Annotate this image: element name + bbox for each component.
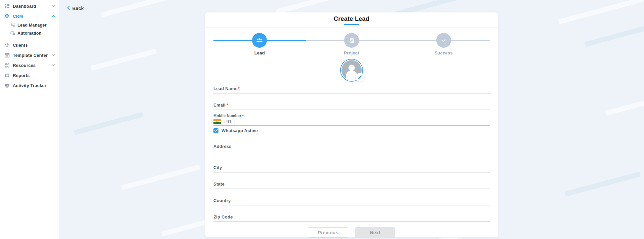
sidebar-label-dashboard: Dashboard bbox=[13, 4, 51, 9]
chevron-up-icon bbox=[51, 14, 55, 18]
back-button[interactable]: Back bbox=[67, 5, 84, 11]
zip-code-field-group: Zip Code bbox=[213, 214, 490, 222]
stepper: Lead Project bbox=[213, 33, 490, 56]
chevron-down-icon bbox=[51, 53, 55, 57]
state-input[interactable] bbox=[213, 187, 490, 189]
automation-icon bbox=[10, 31, 15, 36]
sidebar-item-automation[interactable]: Automation bbox=[0, 29, 59, 37]
city-field-group: City bbox=[213, 165, 490, 172]
sidebar: Dashboard CRM bbox=[0, 0, 60, 239]
crm-icon bbox=[4, 13, 10, 19]
sidebar-label-automation: Automation bbox=[17, 31, 41, 36]
sidebar-item-lead-manager[interactable]: Lead Manager bbox=[0, 21, 59, 29]
sidebar-label-clients: Clients bbox=[13, 43, 55, 48]
step-label-lead: Lead bbox=[239, 50, 280, 55]
background-streak bbox=[585, 23, 644, 47]
sidebar-label-lead-manager: Lead Manager bbox=[17, 23, 46, 28]
chevron-left-icon bbox=[67, 5, 70, 11]
activity-tracker-icon bbox=[4, 82, 10, 88]
sidebar-item-template-center[interactable]: Template Center bbox=[0, 50, 59, 60]
lead-name-field-group: Lead Name* bbox=[213, 86, 490, 93]
required-asterisk: * bbox=[238, 86, 240, 91]
sidebar-item-resources[interactable]: Resources bbox=[0, 60, 59, 70]
step-success[interactable]: Success bbox=[424, 33, 464, 55]
step-lead[interactable]: Lead bbox=[239, 33, 280, 55]
background-streak bbox=[558, 0, 644, 24]
check-icon bbox=[214, 129, 218, 132]
dashboard-icon bbox=[4, 3, 10, 9]
sidebar-item-clients[interactable]: Clients bbox=[0, 40, 59, 50]
title-accent-bar bbox=[344, 24, 359, 25]
background-streak bbox=[90, 48, 157, 71]
city-input[interactable] bbox=[213, 170, 490, 172]
mobile-field-group: Mobile Number* +91 bbox=[213, 114, 490, 126]
step-label-project: Project bbox=[331, 50, 372, 55]
zip-code-label: Zip Code bbox=[213, 214, 490, 220]
state-field-group: State bbox=[213, 182, 490, 189]
clients-icon bbox=[4, 42, 10, 48]
avatar-upload[interactable] bbox=[340, 59, 363, 82]
sidebar-label-reports: Reports bbox=[13, 73, 55, 78]
background-streak bbox=[101, 0, 180, 17]
lead-step-icon bbox=[252, 33, 267, 48]
required-asterisk: * bbox=[242, 114, 244, 118]
create-lead-card: Create Lead Lead bbox=[205, 12, 498, 237]
previous-button[interactable]: Previous bbox=[308, 227, 348, 238]
resources-icon bbox=[4, 62, 10, 68]
background-streak bbox=[121, 164, 200, 190]
country-input[interactable] bbox=[213, 203, 490, 205]
mobile-number-label: Mobile Number* bbox=[213, 114, 490, 118]
sidebar-label-crm: CRM bbox=[13, 14, 51, 19]
sidebar-item-reports[interactable]: Reports bbox=[0, 70, 59, 80]
state-label: State bbox=[213, 182, 490, 187]
reports-icon bbox=[4, 72, 10, 78]
country-field-group: Country bbox=[213, 198, 490, 205]
phone-divider bbox=[235, 119, 235, 125]
whatsapp-active-row[interactable]: Whatsapp Active bbox=[213, 128, 490, 133]
email-label: Email* bbox=[213, 103, 490, 108]
sidebar-item-activity-tracker[interactable]: Activity Tracker bbox=[0, 80, 59, 90]
address-input[interactable] bbox=[213, 149, 490, 151]
card-header: Create Lead bbox=[205, 12, 498, 28]
page-title: Create Lead bbox=[205, 15, 498, 23]
back-label: Back bbox=[72, 6, 84, 11]
whatsapp-checkbox[interactable] bbox=[213, 128, 218, 133]
sidebar-item-dashboard[interactable]: Dashboard bbox=[0, 1, 59, 11]
pencil-icon bbox=[358, 75, 362, 79]
lead-name-label: Lead Name* bbox=[213, 86, 490, 91]
success-step-icon bbox=[436, 33, 451, 48]
email-field-group: Email* bbox=[213, 103, 490, 110]
background-streak bbox=[74, 112, 144, 135]
lead-manager-icon bbox=[10, 23, 15, 28]
background-streak bbox=[605, 91, 644, 116]
sidebar-label-activity-tracker: Activity Tracker bbox=[13, 83, 55, 88]
template-center-icon bbox=[4, 52, 10, 58]
zip-code-input[interactable] bbox=[213, 220, 490, 222]
create-lead-form: Lead Name* Email* Mobile Number* +91 bbox=[213, 86, 490, 238]
project-step-icon bbox=[344, 33, 359, 48]
step-label-success: Success bbox=[424, 50, 464, 55]
city-label: City bbox=[213, 165, 490, 170]
sidebar-item-crm[interactable]: CRM bbox=[0, 11, 59, 21]
next-button[interactable]: Next bbox=[355, 227, 395, 238]
chevron-down-icon bbox=[51, 4, 55, 8]
chevron-down-icon bbox=[51, 63, 55, 67]
address-label: Address bbox=[213, 144, 490, 149]
sidebar-label-template-center: Template Center bbox=[13, 53, 51, 58]
edit-avatar-button[interactable] bbox=[356, 73, 364, 82]
whatsapp-active-label: Whatsapp Active bbox=[222, 128, 258, 133]
country-code: +91 bbox=[224, 119, 232, 124]
required-asterisk: * bbox=[227, 103, 228, 108]
form-actions: Previous Next bbox=[213, 227, 490, 238]
step-project[interactable]: Project bbox=[331, 33, 372, 55]
email-input[interactable] bbox=[213, 108, 490, 110]
mobile-number-input[interactable] bbox=[238, 118, 490, 125]
avatar-section bbox=[213, 59, 490, 82]
sidebar-label-resources: Resources bbox=[13, 63, 51, 68]
address-field-group: Address bbox=[213, 144, 490, 151]
crm-submenu: Lead Manager Automation bbox=[0, 21, 59, 37]
india-flag-icon[interactable] bbox=[213, 119, 221, 124]
background-streak bbox=[565, 171, 641, 196]
workspace: Back Create Lead bbox=[60, 0, 644, 239]
lead-name-input[interactable] bbox=[213, 91, 490, 93]
